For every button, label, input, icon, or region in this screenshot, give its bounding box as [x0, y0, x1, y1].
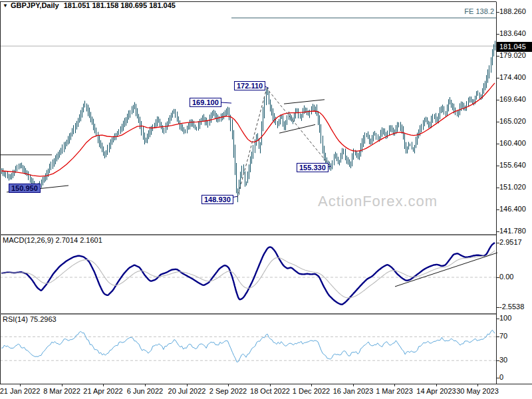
time-axis-tick: 14 Apr 2023 — [416, 387, 456, 395]
time-axis-tick: 1 Dec 2022 — [293, 387, 330, 395]
price-annotation-label[interactable]: 148.930 — [201, 195, 233, 204]
price-annotation-label[interactable]: 155.330 — [297, 163, 329, 172]
time-axis-tick: 16 Jan 2023 — [333, 387, 374, 395]
macd-indicator-title: MACD(12,26,9) 2.7014 2.1601 — [3, 236, 102, 244]
price-annotation-label[interactable]: 150.950 — [9, 184, 41, 193]
time-axis-tick: 2 Sep 2022 — [209, 387, 247, 395]
price-axis-tick: 160.400 — [499, 139, 526, 147]
price-axis-tick: 155.640 — [499, 161, 526, 169]
chart-window: ActionForex.com ▼GBPJPY,Daily181.051 181… — [0, 0, 532, 399]
time-axis-tick: 1 Mar 2023 — [376, 387, 413, 395]
price-axis-tick: 169.640 — [499, 95, 526, 103]
time-axis-tick: 30 May 2023 — [456, 387, 499, 395]
rsi-axis-tick: 70 — [499, 332, 507, 340]
price-annotation-label[interactable]: 169.100 — [190, 98, 221, 107]
price-axis-tick: 151.020 — [499, 183, 526, 191]
time-axis-tick: 8 Mar 2022 — [43, 387, 80, 395]
macd-axis-tick: 2.9517 — [499, 238, 522, 246]
rsi-indicator-title: RSI(14) 75.2963 — [3, 315, 57, 323]
time-axis-tick: 20 Jul 2022 — [168, 387, 206, 395]
price-axis-tick: 146.400 — [499, 205, 526, 213]
fibonacci-extension-label[interactable]: FE 138.2 — [464, 7, 494, 15]
macd-axis-tick: -2.5538 — [499, 303, 524, 311]
rsi-axis-tick: 0 — [499, 373, 503, 381]
price-axis-tick: 188.260 — [499, 7, 526, 15]
price-axis-tick: 179.020 — [499, 51, 526, 59]
price-axis-tick: 174.400 — [499, 73, 526, 81]
time-axis-tick: 6 Jun 2022 — [127, 387, 163, 395]
chart-canvas[interactable] — [0, 0, 532, 399]
price-axis-tick: 165.020 — [499, 117, 526, 125]
price-axis-tick: 183.640 — [499, 29, 526, 37]
collapse-triangle-icon[interactable]: ▼ — [3, 3, 8, 9]
rsi-axis-tick: 30 — [499, 356, 507, 364]
ohlc-values: 181.051 181.158 180.695 181.045 — [64, 1, 176, 9]
chart-header: ▼GBPJPY,Daily181.051 181.158 180.695 181… — [3, 1, 176, 9]
current-price-tag: 181.045 — [497, 42, 532, 52]
time-axis-tick: 21 Jan 2022 — [0, 387, 40, 395]
price-axis-tick: 141.780 — [499, 227, 526, 235]
macd-axis-tick: 0.00 — [499, 273, 513, 281]
symbol-period-label: GBPJPY,Daily — [11, 1, 59, 9]
price-annotation-label[interactable]: 172.110 — [234, 81, 265, 90]
time-axis-tick: 21 Apr 2022 — [83, 387, 122, 395]
rsi-axis-tick: 100 — [499, 314, 511, 322]
time-axis-tick: 18 Oct 2022 — [250, 387, 290, 395]
